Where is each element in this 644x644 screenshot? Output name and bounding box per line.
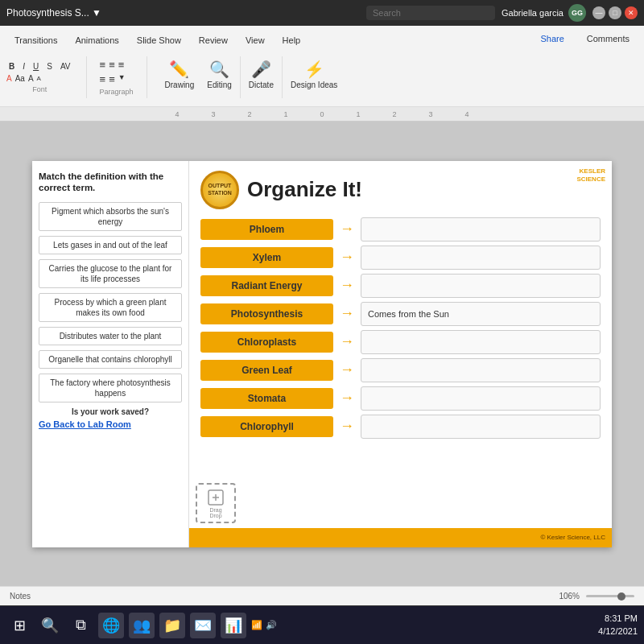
drag-drop-icon[interactable]: Drag Drop [196,483,236,523]
minimize-button[interactable]: — [592,6,605,19]
term-chlorophyll[interactable]: Chlorophyll [200,416,333,437]
answer-chlorophyll[interactable] [361,415,601,439]
tab-animations[interactable]: Animations [67,32,126,48]
ruler-marks: 432101234 [13,110,631,118]
close-button[interactable]: ✕ [625,6,638,19]
term-row-7: Chlorophyll → [200,415,601,439]
answer-radiant-energy[interactable] [361,274,601,298]
ruler: 432101234 [0,107,644,122]
align-left-icon[interactable]: ≡ [100,59,106,71]
strikethrough-button[interactable]: S [44,61,55,72]
taskview-button[interactable]: ⧉ [68,613,93,638]
tool-buttons: ✏️ Drawing 🔍 Editing 🎤 Dictate ⚡ Design … [160,56,343,98]
term-green-leaf[interactable]: Green Leaf [200,360,333,381]
term-photosynthesis[interactable]: Photosynthesis [200,303,333,324]
arrow-icon-4: → [340,333,354,350]
mail-icon[interactable]: ✉️ [190,613,216,638]
term-phloem[interactable]: Phloem [200,219,333,240]
font-color-a[interactable]: A [6,74,12,83]
zoom-thumb [617,592,625,601]
teams-icon[interactable]: 👥 [129,613,155,638]
tab-help[interactable]: Help [275,32,309,48]
tab-review[interactable]: Review [191,32,236,48]
share-button[interactable]: Share [532,31,572,47]
answer-green-leaf[interactable] [361,358,601,382]
term-chloroplasts[interactable]: Chloroplasts [200,332,333,353]
def-box-6[interactable]: The factory where photosynthesis happens [39,374,182,402]
comments-button[interactable]: Comments [579,31,638,47]
dictate-icon: 🎤 [251,60,271,79]
fontsize-button[interactable]: AV [58,61,73,72]
paragraph-group: ≡ ≡ ≡ ≡ ≡ ▼ Paragraph [100,59,134,96]
answer-photosynthesis[interactable]: Comes from the Sun [361,302,601,326]
drawing-button[interactable]: ✏️ Drawing [160,56,200,98]
tab-slideshow[interactable]: Slide Show [129,32,189,48]
list-icon[interactable]: ≡ [100,73,106,85]
design-ideas-button[interactable]: ⚡ Design Ideas [286,56,342,98]
answer-chloroplasts[interactable] [361,330,601,354]
term-stomata[interactable]: Stomata [200,388,333,409]
avatar: GG [568,4,586,22]
bold-button[interactable]: B [6,61,17,72]
dictate-button[interactable]: 🎤 Dictate [244,56,279,98]
tab-view[interactable]: View [237,32,273,48]
drag-icon-svg [206,488,225,507]
notes-button[interactable]: Notes [10,592,31,601]
align-right-icon[interactable]: ≡ [118,59,125,71]
start-button[interactable]: ⊞ [6,613,32,638]
term-radiant-energy[interactable]: Radiant Energy [200,275,333,296]
taskbar: ⊞ 🔍 ⧉ 🌐 👥 📁 ✉️ 📊 📶 🔊 8:31 PM 4/12/2021 [0,605,644,644]
def-box-3[interactable]: Process by which a green plant makes its… [39,293,182,322]
italic-button[interactable]: I [20,61,27,72]
left-panel-title: Match the definition with the correct te… [39,171,182,195]
status-right: 106% [559,592,634,601]
font-group: B I U S AV A Aa A A Font [6,61,73,93]
answer-stomata[interactable] [361,386,601,411]
slide-title: Organize It! [247,177,362,202]
slide-header: OUTPUT STATION Organize It! [200,171,601,209]
explorer-icon[interactable]: 📁 [159,613,185,638]
zoom-level: 106% [559,592,580,601]
answer-xylem[interactable] [361,246,601,270]
clock: 8:31 PM 4/12/2021 [598,613,638,638]
def-box-5[interactable]: Organelle that contains chlorophyll [39,350,182,369]
separator-1 [86,56,87,98]
time-display: 8:31 PM [598,613,638,625]
zoom-slider[interactable] [586,595,634,597]
more-icon[interactable]: ▼ [118,73,126,85]
font-group-label: Font [6,85,73,93]
kesler-badge: KESLER SCIENCE [576,167,605,184]
def-box-0[interactable]: Pigment which absorbs the sun's energy [39,202,182,231]
indent-icon[interactable]: ≡ [109,73,115,85]
search-input[interactable] [366,6,495,20]
tab-transitions[interactable]: Transitions [6,32,65,48]
separator-4 [282,56,283,98]
term-row-5: Green Leaf → [200,358,601,382]
separator-2 [147,56,147,98]
powerpoint-icon[interactable]: 📊 [221,613,246,638]
wifi-icon: 📶 [251,620,262,630]
edge-browser[interactable]: 🌐 [98,613,124,638]
answer-phloem[interactable] [361,217,601,242]
slide: Match the definition with the correct te… [32,161,612,547]
editing-button[interactable]: 🔍 Editing [202,56,237,98]
go-back-link[interactable]: Go Back to Lab Room [39,419,182,429]
def-box-1[interactable]: Lets gases in and out of the leaf [39,236,182,254]
term-xylem[interactable]: Xylem [200,247,333,268]
maximize-button[interactable]: □ [609,6,621,19]
def-box-4[interactable]: Distributes water to the plant [39,327,182,345]
underline-button[interactable]: U [31,61,41,72]
def-box-2[interactable]: Carries the glucose to the plant for its… [39,259,182,288]
window-controls: — □ ✕ [592,6,638,19]
status-bar: Notes 106% [0,586,644,605]
user-info: Gabriella garcia GG [502,4,586,22]
design-icon: ⚡ [304,60,324,79]
term-row-4: Chloroplasts → [200,330,601,354]
system-tray: 📶 🔊 [251,620,277,630]
date-display: 4/12/2021 [598,625,638,638]
left-panel: Match the definition with the correct te… [32,161,189,547]
align-center-icon[interactable]: ≡ [109,59,115,71]
term-row-2: Radiant Energy → [200,274,601,298]
drawing-icon: ✏️ [169,60,189,79]
search-taskbar[interactable]: 🔍 [37,613,63,638]
